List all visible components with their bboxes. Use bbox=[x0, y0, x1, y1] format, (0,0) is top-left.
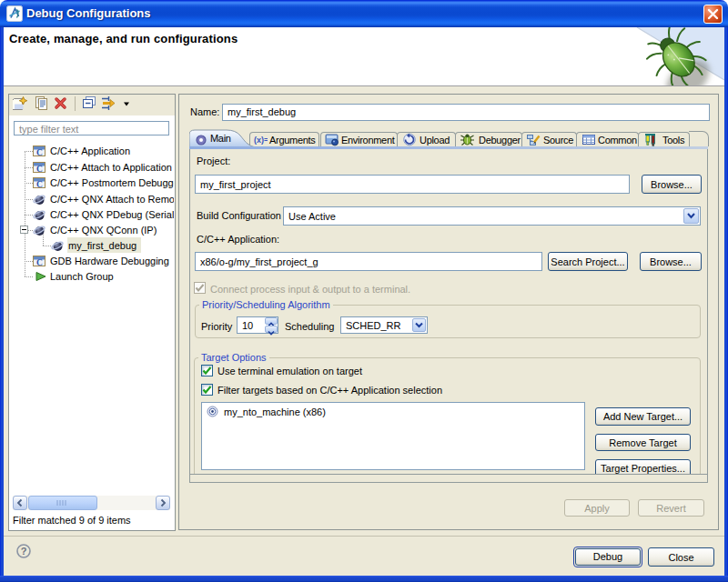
svg-text:C: C bbox=[36, 180, 43, 189]
svg-text:(x)=: (x)= bbox=[254, 135, 268, 145]
svg-text:?: ? bbox=[21, 546, 27, 557]
svg-text:C: C bbox=[36, 258, 43, 267]
svg-text:C: C bbox=[36, 165, 43, 174]
svg-text:C: C bbox=[36, 148, 43, 157]
